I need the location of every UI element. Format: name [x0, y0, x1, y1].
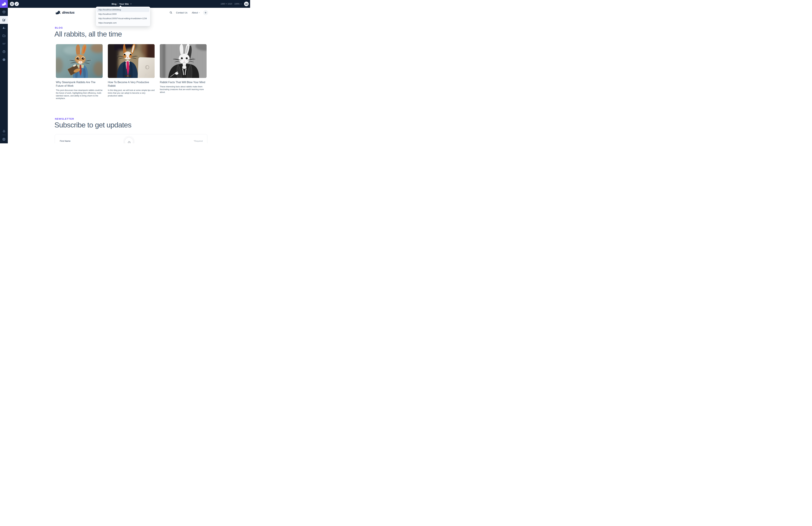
search-icon [169, 11, 173, 14]
insights-icon [2, 42, 6, 45]
blog-post-card[interactable]: Rabbit Facts That Will Blow Your Mind Th… [160, 44, 206, 93]
post-description: In this blog post, we will look at some … [108, 89, 155, 97]
post-image-rabbit-in-suit [108, 44, 155, 78]
url-dropdown-menu: http://localhost:3000/blog http://localh… [96, 7, 150, 26]
responsive-preview-button[interactable] [244, 2, 249, 6]
sun-icon [204, 11, 207, 14]
module-rail [0, 0, 8, 143]
post-image-steampunk-rabbit [56, 44, 103, 78]
about-label: About [192, 11, 198, 14]
search-button[interactable] [169, 11, 173, 14]
pencil-icon [16, 3, 18, 5]
brand-wordmark: directus [62, 11, 74, 14]
url-option[interactable]: https://example.com [97, 21, 149, 25]
edit-mode-button[interactable] [15, 2, 19, 6]
page-label: Blog [112, 3, 116, 5]
sidebar-item-users[interactable] [0, 24, 8, 32]
first-name-field-label: First Name [60, 140, 71, 142]
site-label: Your Site [119, 3, 129, 5]
url-option[interactable]: http://localhost:3000/blog [97, 8, 149, 12]
sidebar-item-settings[interactable] [0, 56, 8, 64]
url-option[interactable]: http://localhost:3000/?visual-editing=tr… [97, 16, 149, 21]
post-description: This post discusses how steampunk rabbit… [56, 89, 103, 100]
url-option[interactable]: http://localhost:3000 [97, 12, 149, 16]
collapse-panel-button[interactable] [10, 2, 14, 6]
chevron-down-icon [240, 3, 242, 5]
post-title: How To Become A Very Productive Rabbit [108, 81, 149, 88]
sidebar-item-content[interactable] [0, 8, 8, 16]
nav-link-contact-us[interactable]: Contact Us [176, 11, 187, 14]
help-icon [2, 50, 6, 54]
blog-post-card[interactable]: Why Steampunk Rabbits Are The Future of … [56, 44, 103, 100]
post-description: These interesting facts about rabbits ma… [160, 85, 206, 93]
post-title: Why Steampunk Rabbits Are The Future of … [56, 81, 98, 88]
newsletter-title: Subscribe to get updates [54, 121, 131, 129]
chevron-down-icon [130, 3, 132, 5]
post-image-victorian-rabbit [160, 44, 206, 78]
sidebar-item-visual-editor[interactable] [0, 16, 8, 24]
panel-collapse-icon [11, 3, 13, 5]
required-hint: *Required [193, 140, 203, 142]
label-divider [118, 3, 118, 5]
directus-rabbit-logo-icon [1, 2, 7, 6]
edit-icon [2, 18, 6, 22]
theme-toggle-button[interactable] [203, 10, 208, 15]
zoom-control[interactable]: 100% [234, 3, 242, 5]
blog-post-card[interactable]: How To Become A Very Productive Rabbit I… [108, 44, 155, 97]
gear-icon [2, 58, 6, 61]
viewport-dimensions: 1860 × 1020 [220, 3, 232, 5]
box-icon [2, 10, 6, 14]
sidebar-item-notifications[interactable] [0, 127, 8, 135]
directus-rabbit-logo-icon [55, 10, 61, 15]
sidebar-item-insights[interactable] [0, 40, 8, 48]
newsletter-eyebrow: NEWSLETTER [55, 117, 74, 120]
devices-icon [245, 3, 248, 5]
nav-link-about[interactable]: About [192, 11, 200, 14]
nuxt-logo-icon [127, 140, 131, 143]
site-logo[interactable]: directus [55, 10, 74, 15]
blog-page-title: All rabbits, all the time [54, 30, 122, 38]
site-preview: directus Contact Us About BLOG All rab [8, 8, 250, 143]
account-icon [2, 137, 6, 141]
zoom-value: 100% [234, 3, 240, 5]
sidebar-item-help[interactable] [0, 48, 8, 56]
sidebar-item-files[interactable] [0, 32, 8, 40]
post-title: Rabbit Facts That Will Blow Your Mind [160, 81, 206, 84]
directus-logo-button[interactable] [0, 0, 8, 8]
sidebar-item-account[interactable] [0, 135, 8, 143]
rail-divider [2, 135, 6, 135]
users-icon [2, 26, 6, 30]
chevron-down-icon [199, 12, 200, 14]
blog-eyebrow: BLOG [55, 26, 63, 29]
folder-icon [2, 34, 6, 38]
bell-icon [2, 130, 6, 133]
